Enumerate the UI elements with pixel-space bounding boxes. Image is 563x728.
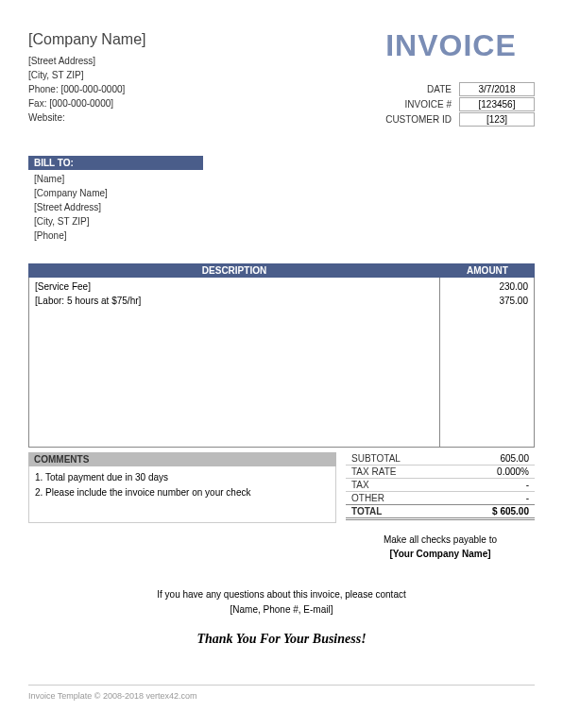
bottom-section: COMMENTS 1. Total payment due in 30 days… (28, 452, 535, 559)
bill-to-street: [Street Address] (34, 200, 529, 214)
bill-to-section: BILL TO: [Name] [Company Name] [Street A… (28, 156, 535, 245)
payable-name: [Your Company Name] (346, 549, 535, 559)
total-label: TOTAL (351, 506, 382, 516)
thank-you-line: Thank You For Your Business! (28, 632, 535, 647)
invoice-meta: DATE 3/7/2018 INVOICE # [123456] CUSTOME… (385, 82, 535, 127)
invoice-header: [Company Name] [Street Address] [City, S… (28, 28, 535, 127)
items-descriptions: [Service Fee] [Labor: 5 hours at $75/hr] (29, 278, 439, 447)
subtotal-label: SUBTOTAL (351, 453, 401, 464)
meta-invoice-num-row: INVOICE # [123456] (385, 97, 535, 111)
other-value: - (526, 493, 529, 503)
tax-rate-row: TAX RATE 0.000% (346, 466, 535, 479)
bill-to-body: [Name] [Company Name] [Street Address] [… (28, 170, 535, 245)
company-street: [Street Address] (28, 54, 146, 68)
totals-block: SUBTOTAL 605.00 TAX RATE 0.000% TAX - OT… (346, 452, 535, 559)
tax-row: TAX - (346, 479, 535, 492)
col-description: DESCRIPTION (28, 263, 440, 278)
company-phone: Phone: [000-000-0000] (28, 82, 146, 96)
bill-to-phone: [Phone] (34, 229, 529, 243)
meta-invoice-num-value: [123456] (459, 97, 535, 111)
meta-date-value: 3/7/2018 (459, 82, 535, 96)
company-citystzip: [City, ST ZIP] (28, 68, 146, 82)
contact-block: If you have any questions about this inv… (28, 587, 535, 618)
items-body: [Service Fee] [Labor: 5 hours at $75/hr]… (28, 278, 535, 448)
item-description: [Service Fee] (35, 279, 434, 294)
tax-label: TAX (351, 480, 369, 490)
other-label: OTHER (351, 493, 384, 503)
item-description: [Labor: 5 hours at $75/hr] (35, 294, 434, 308)
contact-line2: [Name, Phone #, E-mail] (28, 602, 535, 618)
company-name: [Company Name] (28, 28, 146, 51)
items-header-row: DESCRIPTION AMOUNT (28, 263, 535, 278)
meta-customer-id-value: [123] (459, 112, 535, 127)
item-amount: 375.00 (446, 294, 528, 308)
comment-line: 1. Total payment due in 30 days (35, 470, 330, 485)
bill-to-name: [Name] (34, 172, 529, 186)
invoice-title-meta: INVOICE DATE 3/7/2018 INVOICE # [123456]… (385, 28, 535, 127)
tax-rate-value: 0.000% (497, 466, 529, 477)
col-amount: AMOUNT (440, 263, 535, 278)
meta-customer-id-row: CUSTOMER ID [123] (385, 112, 535, 127)
comments-header: COMMENTS (28, 452, 336, 466)
bill-to-citystzip: [City, ST ZIP] (34, 214, 529, 229)
subtotal-value: 605.00 (500, 453, 529, 464)
comments-box: COMMENTS 1. Total payment due in 30 days… (28, 452, 336, 559)
items-table: DESCRIPTION AMOUNT [Service Fee] [Labor:… (28, 263, 535, 448)
company-fax: Fax: [000-000-0000] (28, 96, 146, 110)
bill-to-header: BILL TO: (28, 156, 203, 170)
item-amount: 230.00 (446, 279, 528, 294)
invoice-title: INVOICE (385, 28, 535, 63)
meta-customer-id-label: CUSTOMER ID (385, 114, 452, 125)
footer-copyright: Invoice Template © 2008-2018 vertex42.co… (28, 685, 535, 701)
payable-block: Make all checks payable to [Your Company… (346, 534, 535, 559)
contact-line1: If you have any questions about this inv… (28, 587, 535, 602)
company-website: Website: (28, 110, 146, 125)
tax-value: - (526, 480, 529, 490)
total-value: $ 605.00 (492, 506, 529, 516)
meta-date-row: DATE 3/7/2018 (385, 82, 535, 96)
company-info-block: [Company Name] [Street Address] [City, S… (28, 28, 146, 127)
tax-rate-label: TAX RATE (351, 466, 396, 477)
meta-date-label: DATE (427, 84, 452, 94)
items-amounts: 230.00 375.00 (439, 278, 534, 447)
subtotal-row: SUBTOTAL 605.00 (346, 452, 535, 466)
bill-to-company: [Company Name] (34, 186, 529, 200)
comment-line: 2. Please include the invoice number on … (35, 485, 330, 500)
total-row: TOTAL $ 605.00 (346, 504, 535, 520)
payable-line: Make all checks payable to (346, 534, 535, 545)
meta-invoice-num-label: INVOICE # (405, 99, 452, 110)
comments-body: 1. Total payment due in 30 days 2. Pleas… (28, 466, 336, 523)
other-row: OTHER - (346, 492, 535, 504)
